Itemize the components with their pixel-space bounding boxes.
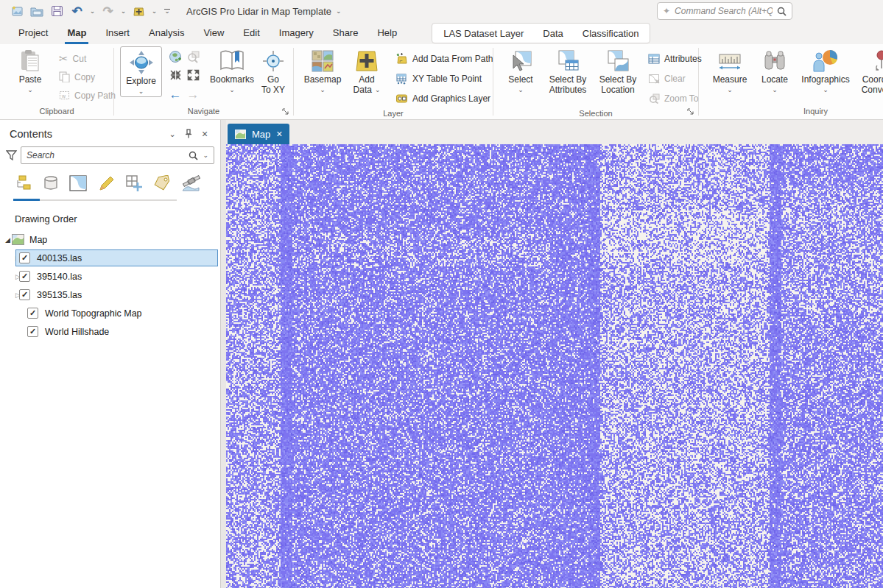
tab-insert[interactable]: Insert	[96, 22, 139, 44]
layer-row-world-hillshade[interactable]: ✓ World Hillshade	[0, 322, 220, 341]
panel-divider[interactable]	[221, 120, 226, 588]
cut-icon: ✂	[59, 52, 68, 65]
explore-icon	[129, 50, 154, 75]
tab-classification[interactable]: Classification	[573, 28, 649, 39]
tab-analysis[interactable]: Analysis	[139, 22, 194, 44]
filter-icon[interactable]	[3, 150, 19, 160]
contents-search-input[interactable]	[27, 150, 184, 160]
contents-search-row: ⌄	[0, 143, 220, 167]
layer-row-395135[interactable]: ▷ ✓ 395135.las	[0, 286, 220, 304]
expander-collapsed-icon[interactable]: ▷	[0, 273, 15, 280]
list-by-perspective-icon[interactable]	[181, 175, 200, 194]
list-by-editing-icon[interactable]	[97, 175, 115, 194]
tab-edit[interactable]: Edit	[233, 22, 269, 44]
attributes-button[interactable]: Attributes	[645, 49, 705, 68]
tab-map[interactable]: Map	[57, 22, 96, 44]
expander-collapsed-icon[interactable]: ▷	[0, 291, 15, 299]
command-search-input[interactable]	[675, 6, 773, 16]
copy-path-button[interactable]: w Copy Path	[56, 86, 119, 105]
redo-dropdown[interactable]: ⌄	[118, 7, 129, 15]
layer-checkbox[interactable]: ✓	[19, 271, 30, 282]
tab-view[interactable]: View	[194, 22, 233, 44]
clear-button[interactable]: Clear	[645, 69, 705, 88]
infographics-button[interactable]: Infographics ⌄	[798, 46, 854, 93]
full-extent-button[interactable]	[169, 50, 183, 66]
layer-row-selected-box[interactable]: ✓ 400135.las	[15, 249, 218, 266]
open-project-button[interactable]	[27, 2, 47, 20]
add-data-button[interactable]: Add Data⌄	[348, 46, 385, 95]
tab-share[interactable]: Share	[323, 22, 368, 44]
basemap-button[interactable]: Basemap ⌄	[304, 46, 341, 93]
layer-checkbox[interactable]: ✓	[19, 252, 30, 263]
locate-button[interactable]: Locate ⌄	[756, 46, 793, 93]
cut-button[interactable]: ✂ Cut	[56, 49, 119, 68]
new-project-button[interactable]	[7, 2, 27, 20]
layer-checkbox[interactable]: ✓	[27, 326, 38, 337]
next-extent-button[interactable]: →	[187, 88, 200, 102]
layer-checkbox[interactable]: ✓	[19, 289, 30, 300]
undo-dropdown[interactable]: ⌄	[87, 7, 98, 15]
previous-extent-button[interactable]: ←	[169, 88, 182, 102]
add-data-quick-dropdown[interactable]: ⌄	[149, 7, 160, 15]
search-options-icon[interactable]: ⌄	[203, 152, 208, 159]
tab-data[interactable]: Data	[533, 28, 572, 39]
close-map-tab-icon[interactable]: ×	[276, 129, 282, 139]
layer-row-400135[interactable]: ▷ ✓ 400135.las	[0, 249, 220, 267]
command-search[interactable]: ✦	[657, 2, 792, 20]
explore-dropdown: ⌄	[138, 88, 144, 95]
navigate-launcher-icon[interactable]	[281, 107, 291, 117]
save-project-button[interactable]	[47, 2, 67, 20]
layer-row-world-topographic[interactable]: ✓ World Topographic Map	[0, 304, 220, 322]
tab-las-dataset-layer[interactable]: LAS Dataset Layer	[434, 28, 533, 39]
explore-button[interactable]: Explore ⌄	[120, 46, 162, 97]
add-graphics-layer-icon	[395, 93, 408, 105]
list-by-snapping-icon[interactable]	[125, 174, 143, 194]
group-inquiry: Measure ⌄ Locate ⌄ Infographics ⌄ Coordi…	[699, 44, 883, 119]
list-by-data-source-icon[interactable]	[43, 175, 59, 194]
paste-button[interactable]: Paste ⌄	[12, 46, 49, 93]
select-by-attributes-label-1: Select By	[549, 74, 587, 85]
add-graphics-layer-button[interactable]: Add Graphics Layer	[393, 89, 496, 107]
go-to-xy-button[interactable]: Go To XY	[256, 46, 290, 95]
tree-item-map[interactable]: ◢ Map	[0, 230, 220, 249]
sparkle-icon: ✦	[663, 6, 670, 16]
map-tab-label: Map	[252, 129, 270, 140]
map-canvas-lidar-point-cloud[interactable]	[226, 144, 883, 588]
fixed-zoom-out-button[interactable]	[187, 69, 200, 83]
add-data-from-path-button[interactable]: ⌐ Add Data From Path	[393, 49, 496, 68]
zoom-to-selection-button[interactable]	[186, 50, 200, 66]
select-button[interactable]: Select ⌄	[502, 46, 539, 93]
select-by-location-button[interactable]: Select By Location	[597, 46, 639, 95]
tab-imagery[interactable]: Imagery	[270, 22, 323, 44]
layer-row-395140[interactable]: ▷ ✓ 395140.las	[0, 267, 220, 286]
copy-button[interactable]: Copy	[56, 68, 119, 86]
explore-label: Explore	[126, 76, 156, 86]
zoom-to-button[interactable]: Zoom To	[645, 89, 705, 107]
customize-qat-button[interactable]: ⌄	[160, 7, 175, 15]
panel-menu-icon[interactable]: ⌄	[164, 130, 180, 139]
coordinate-conversion-button[interactable]: Coordinate Conversion	[858, 46, 883, 95]
undo-button[interactable]: ↶	[67, 2, 87, 20]
fixed-zoom-in-button[interactable]	[169, 69, 182, 83]
selection-launcher-icon[interactable]	[686, 107, 696, 117]
expander-open-icon[interactable]: ◢	[0, 236, 12, 244]
bookmarks-button[interactable]: Bookmarks ⌄	[208, 46, 256, 93]
expander-collapsed-icon[interactable]: ▷	[0, 255, 15, 262]
tab-project[interactable]: Project	[9, 22, 57, 44]
redo-button[interactable]: ↷	[98, 2, 118, 20]
layer-checkbox[interactable]: ✓	[27, 308, 38, 319]
measure-button[interactable]: Measure ⌄	[708, 46, 752, 93]
list-by-labeling-icon[interactable]	[153, 175, 171, 194]
pin-icon[interactable]	[180, 129, 197, 140]
title-dropdown[interactable]: ⌄	[336, 7, 342, 15]
new-project-icon	[11, 5, 24, 17]
close-panel-icon[interactable]: ×	[197, 128, 213, 140]
list-by-selection-icon[interactable]	[69, 175, 87, 194]
tab-help[interactable]: Help	[367, 22, 407, 44]
xy-table-to-point-button[interactable]: XY Table To Point	[393, 69, 496, 88]
zoom-to-label: Zoom To	[664, 93, 698, 104]
map-document-tab[interactable]: Map ×	[228, 124, 289, 144]
add-data-quick-button[interactable]	[129, 2, 149, 20]
list-by-drawing-order-icon[interactable]	[15, 175, 32, 194]
select-by-attributes-button[interactable]: Select By Attributes	[545, 46, 591, 95]
